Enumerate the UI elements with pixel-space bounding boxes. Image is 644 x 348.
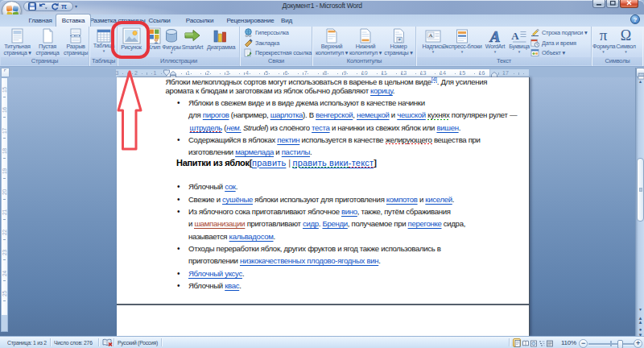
doc-link[interactable]: вино xyxy=(341,207,357,216)
date-time-button[interactable]: Дата и время xyxy=(530,38,576,48)
tab-rassylki[interactable]: Рассылки xyxy=(186,15,213,26)
doc-link[interactable]: киселей xyxy=(425,195,452,204)
doc-link[interactable]: перегонке xyxy=(408,219,442,228)
doc-link[interactable]: пирогов xyxy=(203,110,229,119)
page-break-button[interactable]: Разрыв страницы xyxy=(62,27,89,57)
tab-vid[interactable]: Вид xyxy=(281,15,292,26)
doc-link[interactable]: -текст xyxy=(349,158,374,168)
scrollbar-thumb[interactable] xyxy=(637,158,644,222)
doc-heading-line[interactable]: Напитки из яблок[править | править вики-… xyxy=(176,158,377,168)
zoom-slider-track[interactable] xyxy=(588,343,634,345)
tab-stop-selector[interactable]: ⌜ xyxy=(1,68,10,77)
crossref-button[interactable]: Перекрестная ссылка xyxy=(244,48,312,58)
vertical-scrollbar[interactable]: ▲ ▼ ▲▲ ● ▼▼ xyxy=(635,68,644,336)
select-browse-object-button[interactable]: ● xyxy=(636,327,644,332)
symbol-button[interactable]: Ω Символ ▾ xyxy=(614,27,638,54)
dropcap-button[interactable]: A Буквица ▾ xyxy=(506,27,533,54)
zoom-in-button[interactable]: + xyxy=(634,339,642,348)
doc-text-line[interactable]: называется кальвадосом. xyxy=(188,232,275,242)
doc-text-line[interactable]: изготовлении мармелада и пастилы. xyxy=(188,147,312,157)
doc-text-line[interactable]: •Содержащийся в яблоках пектин используе… xyxy=(188,135,481,145)
web-layout-view-button[interactable] xyxy=(529,338,537,347)
doc-link[interactable]: немецкой xyxy=(357,110,390,119)
doc-text-line[interactable]: •Яблочный квас. xyxy=(188,281,242,291)
vertical-ruler[interactable]: 1516171819202122232425 xyxy=(1,77,8,332)
doc-link[interactable]: квас xyxy=(225,281,239,290)
footer-button[interactable]: Нижний колонтитул ▾ xyxy=(349,27,382,57)
doc-text-line[interactable]: аромата к блюдам и заготовкам из яблок о… xyxy=(166,86,395,96)
doc-link[interactable]: штрудель xyxy=(190,123,222,133)
doc-text-line[interactable]: штрудель (нем. Strudel) из слоёного тест… xyxy=(190,123,460,133)
maximize-button[interactable] xyxy=(606,0,619,8)
zoom-slider-thumb[interactable] xyxy=(617,340,623,348)
tab-glavnaya[interactable]: Главная xyxy=(28,15,52,26)
fullscreen-reading-view-button[interactable] xyxy=(521,338,529,347)
scroll-up-arrow[interactable]: ▲ xyxy=(636,79,644,84)
tab-recenzirovanie[interactable]: Рецензирование xyxy=(227,15,275,26)
doc-link[interactable]: шарлотка xyxy=(270,110,303,119)
doc-text-line[interactable]: •Яблоки в свежем виде и в виде джема исп… xyxy=(188,98,425,108)
status-language[interactable]: Русский (Россия) xyxy=(118,339,158,346)
object-button[interactable]: Объект ▾ xyxy=(530,48,565,58)
doc-link[interactable]: теста xyxy=(312,123,329,132)
doc-link[interactable]: чешской xyxy=(397,110,426,119)
doc-text-line[interactable]: •Свежие и сушёные яблоки используют для … xyxy=(188,195,454,205)
table-button[interactable]: Таблица ▾ xyxy=(90,27,118,53)
doc-link[interactable]: кальвадосом xyxy=(229,232,274,241)
minimize-button[interactable] xyxy=(592,0,605,8)
tab-vstavka[interactable]: Вставка xyxy=(56,14,91,27)
header-button[interactable]: Верхний колонтитул ▾ xyxy=(315,27,349,57)
doc-text-line[interactable]: •Яблочный уксус. xyxy=(188,269,244,279)
status-page-number[interactable]: Страница: 1 из 2 xyxy=(7,339,47,346)
doc-link[interactable]: венгерской xyxy=(316,110,353,119)
doc-link[interactable]: компотов xyxy=(386,195,418,204)
outline-view-button[interactable] xyxy=(537,338,545,347)
doc-text-line[interactable]: для пирогов (например, шарлотка). В венг… xyxy=(188,110,517,120)
hyperlink-button[interactable]: Гиперссылка xyxy=(244,28,289,38)
zoom-out-button[interactable]: − xyxy=(579,339,588,348)
doc-link[interactable]: сок xyxy=(225,182,235,191)
doc-link[interactable]: пектин xyxy=(277,135,299,144)
view-ruler-toggle-button[interactable] xyxy=(636,68,644,77)
window-title: Документ1 - Microsoft Word xyxy=(0,2,644,10)
doc-text-line[interactable]: •Из яблочного сока приготавливают яблочн… xyxy=(188,207,451,217)
horizontal-ruler[interactable]: 3211234567891011121314151617 xyxy=(115,68,530,77)
signature-line-button[interactable]: Строка подписи ▾ xyxy=(530,28,588,38)
doc-link[interactable]: Яблочный уксус xyxy=(188,269,242,278)
doc-link[interactable]: сушёные xyxy=(222,195,253,204)
cover-page-button[interactable]: Титульная страница ▾ xyxy=(2,27,32,57)
doc-link[interactable]: мармелада xyxy=(235,147,274,156)
doc-link[interactable]: править вики xyxy=(292,158,348,168)
help-button[interactable]: ? xyxy=(630,14,640,24)
doc-link[interactable]: низкокачественных плодово-ягодных вин xyxy=(240,256,378,265)
chart-button[interactable]: Диаграмма xyxy=(207,27,233,51)
print-layout-view-button[interactable] xyxy=(513,338,521,347)
doc-text-line[interactable]: •Отходы переработки яблок, других фрукто… xyxy=(188,244,441,254)
previous-page-button[interactable]: ▲▲ xyxy=(636,317,644,325)
zoom-level[interactable]: 110% xyxy=(561,339,576,346)
picture-button[interactable]: Рисунок xyxy=(121,27,142,51)
doc-link[interactable]: вишен xyxy=(436,123,458,132)
doc-link[interactable]: корицу xyxy=(370,86,393,95)
doc-text-line[interactable]: •Яблочный сок. xyxy=(188,182,237,192)
scroll-down-arrow[interactable]: ▼ xyxy=(636,307,644,312)
bookmark-button[interactable]: Закладка xyxy=(244,38,279,48)
doc-link[interactable]: править xyxy=(252,158,286,168)
doc-link[interactable]: Бренди xyxy=(323,219,348,228)
draft-view-button[interactable] xyxy=(545,338,553,347)
doc-text-run: и xyxy=(274,147,282,156)
status-word-count[interactable]: Число слов: 276 xyxy=(54,339,93,346)
equation-button[interactable]: π Формула ▾ xyxy=(592,27,614,54)
doc-text-line[interactable]: и шампанизации приготавливают сидр. Брен… xyxy=(188,219,465,229)
page[interactable]: Яблоки мелкоплодных сортов могут использ… xyxy=(117,77,530,336)
tab-ssylki[interactable]: Ссылки xyxy=(149,15,171,26)
page-number-button[interactable]: # Номер страницы ▾ xyxy=(382,27,415,57)
doc-text-line[interactable]: приготовлении низкокачественных плодово-… xyxy=(188,256,381,266)
smartart-button[interactable]: SmartArt xyxy=(180,27,205,51)
tab-razmetka[interactable]: Разметка страницы xyxy=(89,15,145,26)
close-button[interactable] xyxy=(620,0,638,8)
doc-link[interactable]: сидр xyxy=(303,219,319,228)
spellcheck-status-icon[interactable] xyxy=(102,338,113,348)
blank-page-button[interactable]: Пустая страница xyxy=(33,27,62,57)
doc-link[interactable]: пастилы xyxy=(282,147,310,156)
